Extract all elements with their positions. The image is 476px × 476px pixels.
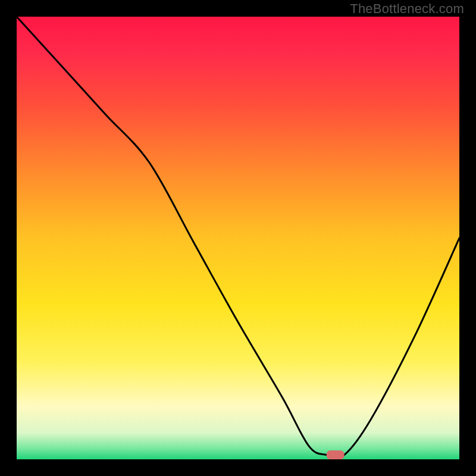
chart-frame: TheBottleneck.com xyxy=(0,0,476,476)
chart-svg xyxy=(17,17,459,459)
watermark-text: TheBottleneck.com xyxy=(350,1,464,17)
gradient-rect xyxy=(17,17,459,459)
optimum-marker xyxy=(327,450,345,459)
bottleneck-chart xyxy=(17,17,459,459)
